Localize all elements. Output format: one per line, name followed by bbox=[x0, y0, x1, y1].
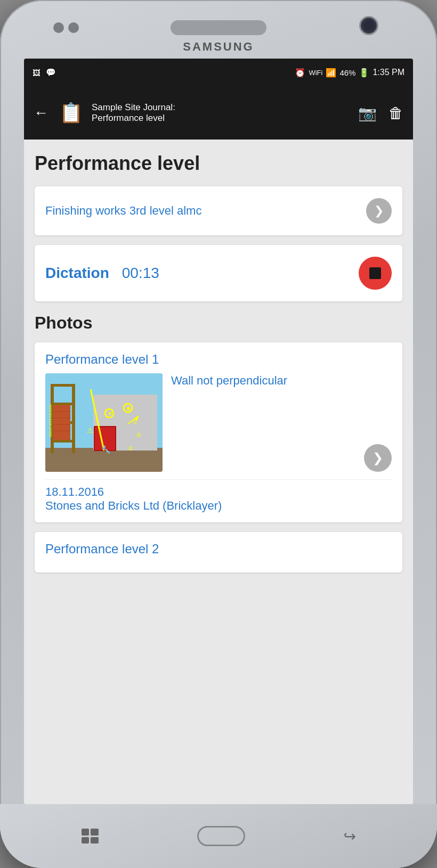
phone-speaker bbox=[171, 20, 266, 35]
time-display: 1:35 PM bbox=[373, 68, 404, 77]
svg-rect-4 bbox=[72, 384, 75, 453]
photo-entry-1-title: Performance level 1 bbox=[45, 352, 392, 367]
delete-button[interactable]: 🗑 bbox=[389, 104, 403, 122]
svg-text:②: ② bbox=[128, 445, 133, 452]
nav-item[interactable]: Finishing works 3rd level almc ❯ bbox=[35, 186, 402, 235]
back-icon: ↩ bbox=[344, 828, 356, 845]
chevron-right-icon: ❯ bbox=[374, 204, 384, 218]
photo-entry-2: Performance level 2 bbox=[35, 532, 402, 572]
photo-chevron-right-icon: ❯ bbox=[373, 451, 383, 465]
svg-text:③: ③ bbox=[136, 432, 141, 438]
dictation-time: 00:13 bbox=[122, 265, 359, 282]
construction-site-svg: ✕ ◆ ① ③ ② 🔧 ⚠ bbox=[45, 373, 163, 472]
app-bar-title-container: Sample Site Journal: Performance level bbox=[92, 102, 350, 124]
photo-entry-1: Performance level 1 bbox=[35, 342, 402, 522]
camera-button[interactable]: 📷 bbox=[358, 104, 377, 122]
phone-brand: SAMSUNG bbox=[183, 40, 254, 54]
app-icon: 📋 bbox=[59, 102, 83, 124]
stop-record-button[interactable] bbox=[359, 257, 392, 290]
svg-text:✕: ✕ bbox=[108, 411, 112, 416]
svg-text:Wand nicht lotrecht!: Wand nicht lotrecht! bbox=[48, 404, 52, 437]
nav-item-text: Finishing works 3rd level almc bbox=[45, 204, 366, 218]
phone-top: SAMSUNG bbox=[0, 0, 437, 59]
phone-frame: SAMSUNG 🖼 💬 ⏰ WiFi 📶 46% 🔋 1:35 PM ← 📋 S bbox=[0, 0, 437, 868]
app-bar: ← 📋 Sample Site Journal: Performance lev… bbox=[24, 86, 413, 140]
photos-section-title: Photos bbox=[35, 313, 402, 333]
back-button[interactable]: ← bbox=[34, 104, 48, 121]
photo-meta-1: 18.11.2016 Stones and Bricks Ltd (Brickl… bbox=[45, 479, 392, 513]
dictation-label: Dictation bbox=[45, 265, 109, 282]
status-right-area: ⏰ WiFi 📶 46% 🔋 1:35 PM bbox=[295, 68, 404, 78]
main-content: Performance level Finishing works 3rd le… bbox=[24, 140, 413, 804]
svg-rect-5 bbox=[51, 384, 75, 387]
home-icon bbox=[197, 826, 245, 846]
whatsapp-status-icon: 💬 bbox=[46, 68, 56, 77]
battery-text: 46% bbox=[339, 68, 355, 77]
signal-icon: 📶 bbox=[326, 68, 336, 78]
photo-nav-arrow-1[interactable]: ❯ bbox=[364, 444, 392, 472]
svg-text:⚠: ⚠ bbox=[87, 426, 94, 435]
svg-rect-9 bbox=[53, 405, 70, 440]
sensor-dot-2 bbox=[68, 22, 79, 33]
phone-bottom-nav: ↩ bbox=[0, 804, 437, 868]
image-status-icon: 🖼 bbox=[33, 68, 41, 77]
nav-arrow-button[interactable]: ❯ bbox=[366, 198, 392, 224]
sensor-dot-1 bbox=[53, 22, 64, 33]
app-bar-actions: 📷 🗑 bbox=[358, 104, 403, 122]
photo-description-1: Wall not perpendicular bbox=[171, 373, 392, 389]
alarm-icon: ⏰ bbox=[295, 68, 305, 78]
stop-icon bbox=[369, 267, 381, 279]
nav-card[interactable]: Finishing works 3rd level almc ❯ bbox=[35, 186, 402, 235]
status-left-icons: 🖼 💬 bbox=[33, 68, 56, 77]
home-button[interactable] bbox=[197, 826, 245, 846]
photo-desc-area-1: Wall not perpendicular ❯ bbox=[171, 373, 392, 472]
back-button-bottom[interactable]: ↩ bbox=[344, 828, 356, 845]
phone-screen: 🖼 💬 ⏰ WiFi 📶 46% 🔋 1:35 PM ← 📋 Sample Si… bbox=[24, 59, 413, 804]
battery-icon: 🔋 bbox=[359, 68, 369, 78]
app-bar-title-line2: Performance level bbox=[92, 113, 350, 124]
status-bar: 🖼 💬 ⏰ WiFi 📶 46% 🔋 1:35 PM bbox=[24, 59, 413, 86]
svg-text:◆: ◆ bbox=[126, 405, 131, 411]
svg-rect-8 bbox=[51, 440, 75, 443]
page-title: Performance level bbox=[35, 152, 402, 175]
dictation-row: Dictation 00:13 bbox=[35, 245, 402, 301]
photo-date-1: 18.11.2016 bbox=[45, 485, 392, 499]
photo-company-1: Stones and Bricks Ltd (Bricklayer) bbox=[45, 499, 392, 513]
app-bar-title-line1: Sample Site Journal: bbox=[92, 102, 350, 113]
recent-icon bbox=[82, 829, 99, 844]
phone-sensors bbox=[53, 22, 79, 33]
svg-text:🔧: 🔧 bbox=[101, 445, 111, 454]
dictation-card: Dictation 00:13 bbox=[35, 245, 402, 301]
recent-apps-button[interactable] bbox=[82, 829, 99, 844]
wifi-icon: WiFi bbox=[309, 69, 322, 77]
phone-camera bbox=[359, 16, 378, 35]
photo-thumbnail-1[interactable]: ✕ ◆ ① ③ ② 🔧 ⚠ bbox=[45, 373, 163, 472]
svg-rect-6 bbox=[51, 403, 75, 405]
photo-entry-1-body: ✕ ◆ ① ③ ② 🔧 ⚠ bbox=[45, 373, 392, 472]
photo-entry-2-title: Performance level 2 bbox=[45, 542, 392, 556]
